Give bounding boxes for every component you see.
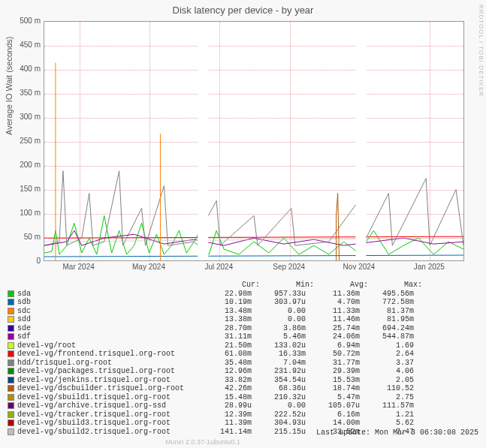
munin-version: Munin 2.0.37-1ubuntu0.1 bbox=[165, 438, 240, 446]
legend-text: sdb 10.19m 303.97u 4.70m 772.58m bbox=[17, 298, 414, 307]
legend: Cur: Min: Avg: Max:sda 22.98m 957.33u 11… bbox=[8, 281, 477, 436]
y-tick: 100 m bbox=[14, 209, 41, 217]
svg-rect-0 bbox=[198, 22, 208, 260]
legend-text: devel-vg/packages.trisquel.org-root 12.9… bbox=[17, 367, 414, 376]
chart-container: Disk latency per device - by year RRDTOO… bbox=[0, 0, 486, 448]
legend-swatch bbox=[8, 419, 14, 426]
legend-text: hdd/trisquel.org-root 35.48m 7.04m 31.77… bbox=[17, 359, 414, 368]
legend-swatch bbox=[8, 402, 14, 409]
legend-text: devel-vg/jenkins.trisquel.org-root 33.82… bbox=[17, 376, 414, 385]
legend-text: devel-vg/sbuild3.trisquel.org-root 11.39… bbox=[17, 419, 414, 428]
x-tick: May 2024 bbox=[132, 263, 165, 271]
chart-title: Disk latency per device - by year bbox=[0, 0, 486, 16]
y-tick: 50 m bbox=[14, 233, 41, 241]
chart-lines bbox=[44, 22, 463, 260]
legend-row: devel-vg/archive.trisquel.org-ssd 28.99u… bbox=[8, 401, 477, 410]
legend-swatch bbox=[8, 350, 14, 357]
legend-row: devel-vg/tracker.trisquel.org-root 12.39… bbox=[8, 410, 477, 419]
legend-row: sdc 13.48m 0.00 11.33m 81.37m bbox=[8, 307, 477, 316]
plot-area bbox=[44, 21, 464, 261]
x-tick: Nov 2024 bbox=[343, 263, 376, 271]
y-tick: 150 m bbox=[14, 185, 41, 193]
legend-text: devel-vg/archive.trisquel.org-ssd 28.99u… bbox=[17, 401, 414, 410]
legend-row: sde 28.70m 3.86m 25.74m 694.24m bbox=[8, 324, 477, 333]
legend-text: sdf 31.11m 5.46m 24.06m 544.87m bbox=[17, 332, 414, 341]
legend-text: devel-vg/tracker.trisquel.org-root 12.39… bbox=[17, 410, 414, 419]
legend-row: devel-vg/frontend.trisquel.org-root 61.0… bbox=[8, 350, 477, 359]
y-tick: 250 m bbox=[14, 137, 41, 145]
legend-row: sdf 31.11m 5.46m 24.06m 544.87m bbox=[8, 332, 477, 341]
legend-row: devel-vg/sbuild1.trisquel.org-root 15.48… bbox=[8, 393, 477, 402]
legend-swatch bbox=[8, 411, 14, 418]
legend-row: devel-vg/sbuild3.trisquel.org-root 11.39… bbox=[8, 419, 477, 428]
y-axis-label: Average IO Wait (seconds) bbox=[5, 37, 14, 135]
legend-row: devel-vg/packages.trisquel.org-root 12.9… bbox=[8, 367, 477, 376]
legend-swatch bbox=[8, 428, 14, 435]
legend-row: sdd 13.38m 0.00 11.46m 81.95m bbox=[8, 315, 477, 324]
legend-row: hdd/trisquel.org-root 35.48m 7.04m 31.77… bbox=[8, 359, 477, 368]
x-tick: Mar 2024 bbox=[63, 263, 95, 271]
y-tick: 0 bbox=[14, 257, 41, 265]
y-tick: 350 m bbox=[14, 89, 41, 97]
legend-text: sdc 13.48m 0.00 11.33m 81.37m bbox=[17, 307, 414, 316]
y-tick: 450 m bbox=[14, 41, 41, 49]
legend-swatch bbox=[8, 368, 14, 374]
legend-swatch bbox=[8, 308, 14, 314]
legend-swatch bbox=[8, 290, 14, 297]
legend-text: devel-vg/root 21.50m 133.02u 6.94m 1.69 bbox=[17, 341, 414, 350]
y-tick: 300 m bbox=[14, 113, 41, 121]
legend-text: devel-vg/dscbuilder.trisquel.org-root 42… bbox=[17, 384, 414, 393]
legend-swatch bbox=[8, 342, 14, 349]
y-tick: 500 m bbox=[14, 17, 41, 25]
legend-row: devel-vg/dscbuilder.trisquel.org-root 42… bbox=[8, 384, 477, 393]
rrdtool-watermark: RRDTOOL / TOBI OETIKER bbox=[478, 5, 484, 97]
legend-row: sda 22.98m 957.33u 11.36m 495.56m bbox=[8, 290, 477, 299]
legend-row: devel-vg/root 21.50m 133.02u 6.94m 1.69 bbox=[8, 341, 477, 350]
legend-swatch bbox=[8, 385, 14, 392]
x-tick: Jan 2025 bbox=[414, 263, 445, 271]
x-tick: Jul 2024 bbox=[204, 263, 233, 271]
legend-swatch bbox=[8, 359, 14, 366]
x-tick: Sep 2024 bbox=[273, 263, 305, 271]
legend-text: sde 28.70m 3.86m 25.74m 694.24m bbox=[17, 324, 414, 333]
y-tick: 200 m bbox=[14, 161, 41, 169]
legend-row: devel-vg/jenkins.trisquel.org-root 33.82… bbox=[8, 376, 477, 385]
legend-text: devel-vg/frontend.trisquel.org-root 61.0… bbox=[17, 350, 414, 359]
y-tick: 400 m bbox=[14, 65, 41, 73]
legend-row: sdb 10.19m 303.97u 4.70m 772.58m bbox=[8, 298, 477, 307]
legend-swatch bbox=[8, 377, 14, 383]
legend-text: devel-vg/sbuild1.trisquel.org-root 15.48… bbox=[17, 393, 414, 402]
legend-text: sda 22.98m 957.33u 11.36m 495.56m bbox=[17, 290, 414, 299]
legend-text: sdd 13.38m 0.00 11.46m 81.95m bbox=[17, 315, 414, 324]
svg-rect-1 bbox=[356, 22, 367, 260]
legend-swatch bbox=[8, 316, 14, 323]
last-update: Last update: Mon Mar 3 06:30:08 2025 bbox=[316, 428, 478, 437]
legend-header: Cur: Min: Avg: Max: bbox=[8, 281, 477, 290]
legend-swatch bbox=[8, 333, 14, 340]
legend-swatch bbox=[8, 394, 14, 401]
legend-swatch bbox=[8, 325, 14, 332]
legend-swatch bbox=[8, 299, 14, 305]
